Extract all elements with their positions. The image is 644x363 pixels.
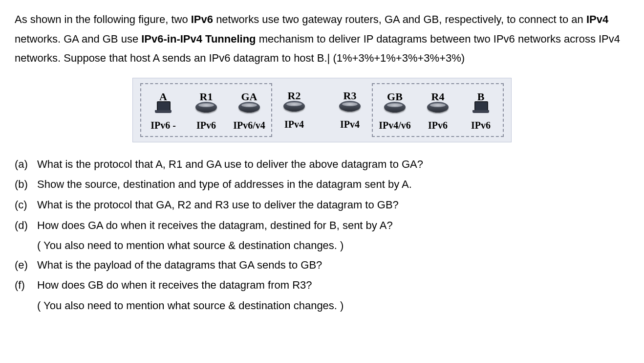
node-proto: IPv6 xyxy=(471,116,491,134)
node-label: A xyxy=(159,87,167,99)
node-label: R2 xyxy=(288,86,301,98)
q-label: (f) xyxy=(15,275,37,295)
node-proto: IPv4 xyxy=(284,115,304,133)
questions-list: (a) What is the protocol that A, R1 and … xyxy=(15,155,629,316)
node-r3: R3 IPv4 xyxy=(333,86,367,133)
intro-bold-ipv6: IPv6 xyxy=(191,13,213,25)
node-label: GA xyxy=(241,87,258,99)
intro-paragraph: As shown in the following figure, two IP… xyxy=(15,10,629,68)
ipv6-right-network: GB IPv4/v6 R4 IPv6 B IPv6 xyxy=(372,83,504,137)
laptop-icon xyxy=(155,100,172,114)
node-gb: GB IPv4/v6 xyxy=(378,87,412,134)
node-proto: IPv4/v6 xyxy=(379,116,411,134)
intro-text: As shown in the following figure, two xyxy=(15,13,191,25)
node-label: B xyxy=(477,87,485,99)
q-text: How does GB do when it receives the data… xyxy=(37,275,629,295)
router-icon xyxy=(384,100,406,114)
node-label: R3 xyxy=(343,86,357,98)
network-figure: A IPv6 - R1 IPv6 GA IPv6/v4 R2 xyxy=(15,78,629,142)
node-proto: IPv6 xyxy=(196,116,216,134)
q-label: (c) xyxy=(15,195,37,215)
q-text: How does GA do when it receives the data… xyxy=(37,216,629,235)
q-text: What is the protocol that GA, R2 and R3 … xyxy=(37,195,629,215)
intro-text: networks. GA and GB use xyxy=(15,33,141,45)
q-label: (b) xyxy=(15,175,37,194)
node-ga: GA IPv6/v4 xyxy=(232,87,266,134)
intro-bold-tunneling: IPv6-in-IPv4 Tunneling xyxy=(141,33,256,45)
question-e: (e) What is the payload of the datagrams… xyxy=(15,255,629,275)
q-label: (a) xyxy=(15,155,37,174)
router-icon xyxy=(339,99,361,113)
ipv4-mid-network: R2 IPv4 R3 IPv4 xyxy=(272,83,372,135)
q-label: (e) xyxy=(15,255,37,275)
q-label: (d) xyxy=(15,216,37,235)
node-b: B IPv6 xyxy=(464,87,498,134)
q-text: Show the source, destination and type of… xyxy=(37,175,629,194)
router-icon xyxy=(238,100,260,114)
q-text: What is the payload of the datagrams tha… xyxy=(37,255,629,275)
node-label: R4 xyxy=(431,87,445,99)
node-proto: IPv6 xyxy=(428,116,448,134)
node-proto: IPv4 xyxy=(340,115,360,133)
q-text: What is the protocol that A, R1 and GA u… xyxy=(37,155,629,174)
question-d: (d) How does GA do when it receives the … xyxy=(15,216,629,235)
ipv6-left-network: A IPv6 - R1 IPv6 GA IPv6/v4 xyxy=(140,83,272,137)
router-icon xyxy=(427,100,449,114)
node-proto: IPv6 - xyxy=(150,116,176,134)
question-d-sub: ( You also need to mention what source &… xyxy=(15,236,629,255)
router-icon xyxy=(195,100,217,114)
node-r4: R4 IPv6 xyxy=(421,87,455,134)
figure-inner: A IPv6 - R1 IPv6 GA IPv6/v4 R2 xyxy=(132,78,512,142)
question-b: (b) Show the source, destination and typ… xyxy=(15,175,629,194)
laptop-icon xyxy=(472,100,489,114)
question-f: (f) How does GB do when it receives the … xyxy=(15,275,629,295)
node-proto: IPv6/v4 xyxy=(233,116,265,134)
router-icon xyxy=(283,99,305,113)
intro-bold-ipv4: IPv4 xyxy=(586,13,608,25)
question-f-sub: ( You also need to mention what source &… xyxy=(15,296,629,316)
intro-text: networks use two gateway routers, GA and… xyxy=(213,13,586,25)
question-a: (a) What is the protocol that A, R1 and … xyxy=(15,155,629,174)
node-r1: R1 IPv6 xyxy=(189,87,223,134)
node-label: R1 xyxy=(200,87,213,99)
node-label: GB xyxy=(387,87,403,99)
node-a: A IPv6 - xyxy=(146,87,180,134)
node-r2: R2 IPv4 xyxy=(277,86,311,133)
question-c: (c) What is the protocol that GA, R2 and… xyxy=(15,195,629,215)
